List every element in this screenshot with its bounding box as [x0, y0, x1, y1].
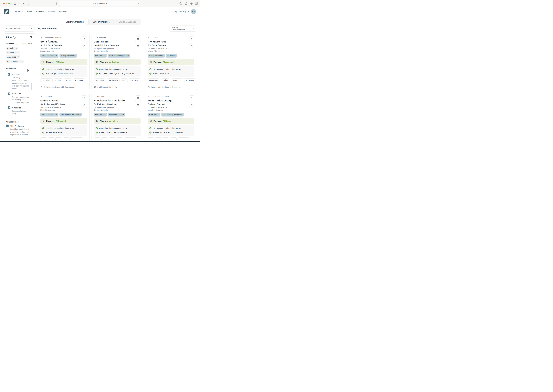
remove-filter-icon[interactable]: ✕ — [16, 48, 17, 49]
scrollbar-thumb[interactable] — [31, 83, 32, 90]
candidate-card[interactable]: Full-time or ContractorJuan Carlos Orteg… — [145, 93, 197, 142]
checkbox-ai-in-production[interactable] — [6, 125, 8, 127]
share-candidate-button[interactable] — [189, 102, 194, 108]
collapse-panel-icon[interactable] — [30, 36, 33, 39]
checkbox-ai-assisted[interactable] — [8, 106, 10, 109]
company-menu[interactable]: My Company — [175, 10, 189, 13]
skill-list-partial — [148, 137, 194, 141]
remove-filter-icon[interactable]: ✕ — [21, 61, 23, 62]
reload-icon[interactable] — [137, 2, 139, 5]
share-candidate-button[interactable] — [135, 43, 141, 49]
ai-chip-icon: AI — [96, 119, 99, 122]
address-bar[interactable]: hub.terminal.io — [59, 1, 140, 6]
tab-explore-candidates[interactable]: Explore Candidates — [61, 19, 88, 25]
fluency-banner: AIFluency:AI Native — [40, 59, 87, 65]
job-type-icon — [94, 36, 96, 39]
candidate-card[interactable]: Full-time or ContractorSofia ÁguedaSr. F… — [38, 34, 90, 90]
highlight-text: Has shipped products that use AI — [153, 127, 181, 129]
skill-list-partial — [40, 137, 87, 141]
nav-item-my-team[interactable]: My Team — [59, 10, 67, 13]
bookmark-button[interactable] — [189, 36, 194, 42]
share-candidate-button[interactable] — [135, 102, 141, 108]
saved-searches-dropdown[interactable]: Saved Searches — [4, 26, 35, 32]
option-description: Fully integrated AI development, uses ag… — [12, 76, 31, 90]
candidate-card[interactable]: ContractorJohn SmithLead Full Stack Deve… — [92, 34, 143, 90]
nav-item-dashboard[interactable]: Dashboard — [14, 10, 23, 13]
checkbox-ai-enabled[interactable] — [8, 92, 10, 95]
highlight-item: FinTech experience — [42, 131, 85, 133]
skills-more-chip[interactable]: + 16 More — [129, 78, 141, 82]
ai-chip-icon: AI — [149, 119, 152, 122]
avatar[interactable]: CN — [191, 9, 196, 14]
checkbox-ai-native[interactable] — [8, 73, 10, 76]
job-type-icon — [148, 36, 150, 39]
fluency-banner: AIFluency:AI Enabled — [94, 59, 141, 65]
tag-badge-builds-with-ai: Builds with AI — [94, 113, 107, 117]
check-circle-icon — [149, 131, 151, 133]
ai-chip-icon: AI — [96, 61, 99, 63]
shield-icon[interactable] — [55, 2, 58, 5]
share-candidate-button[interactable] — [189, 43, 194, 49]
tag-badge-startup-experience: Startup Experience — [108, 113, 125, 117]
filter-chip-ai-assisted[interactable]: AI Assisted✕ — [6, 55, 20, 59]
window-minimize-button[interactable] — [6, 3, 7, 4]
highlight-item: Has shipped products that use AI — [96, 127, 139, 129]
remove-filter-icon[interactable]: ✕ — [17, 56, 19, 58]
tab-shared-candidates[interactable]: Shared Candidates — [114, 19, 141, 25]
filter-chip-ai-enabled[interactable]: AI Enabled✕ — [6, 51, 20, 54]
tab-saved-candidates[interactable]: Saved Candidates — [88, 19, 114, 25]
check-circle-icon — [42, 72, 44, 75]
tab-overview-icon[interactable] — [195, 2, 198, 5]
filter-chip-ai-native[interactable]: AI Native✕ — [6, 47, 19, 50]
nav-item-explore[interactable]: Explore — [48, 10, 55, 13]
sidebar-toggle-icon[interactable] — [14, 2, 16, 5]
skill-chip-kubeflow: KubeFlow — [94, 78, 106, 82]
window-close-button[interactable] — [3, 3, 5, 4]
skill-chip-stub — [55, 137, 62, 141]
sort-dropdown[interactable]: Sort By: Recommended — [170, 26, 196, 32]
clear-filters-button[interactable]: Clear Filters — [21, 43, 32, 45]
filter-chip-ai-in-production[interactable]: AI In Production✕ — [6, 60, 24, 63]
highlight-text: Has shipped products that use AI — [46, 127, 74, 129]
bookmark-button[interactable] — [82, 95, 87, 101]
job-type-label: Full-time or Contractor — [151, 96, 169, 98]
calendar-icon — [148, 86, 150, 88]
skill-chip-stub — [148, 137, 154, 141]
fluency-value: AI Enabled — [56, 120, 66, 122]
skill-list-partial — [94, 137, 141, 141]
remove-filter-icon[interactable]: ✕ — [17, 52, 19, 54]
skill-chip-stub — [94, 137, 100, 141]
calendar-icon — [40, 86, 43, 88]
card-status-text: Actively interviewing with 5 customers — [44, 86, 75, 88]
skill-list: LangChainPythonJavaScript+ 19 More — [148, 78, 194, 82]
candidate-card[interactable]: Full-timeVimala Nahiara GallardoSr. Full… — [92, 93, 143, 142]
skills-more-chip[interactable]: + 22 More — [73, 78, 85, 82]
highlight-item: Worked for InnoLogic and BrightWave Tech… — [96, 72, 139, 75]
skills-more-chip[interactable]: + 19 More — [184, 78, 196, 82]
refresh-icon — [94, 86, 96, 88]
filter-option-ai-assisted: AI AssistedOccasionally uses some — [8, 106, 31, 115]
bookmark-button[interactable] — [82, 36, 87, 42]
share-icon[interactable] — [184, 2, 188, 5]
share-candidate-button[interactable] — [82, 43, 87, 49]
experience-text: 10+ years of experience — [40, 48, 87, 50]
bookmark-button[interactable] — [135, 36, 141, 42]
downloads-icon[interactable] — [179, 2, 182, 5]
app-logo[interactable] — [4, 9, 9, 14]
window-zoom-button[interactable] — [8, 3, 10, 4]
mouse-cursor — [26, 69, 30, 72]
new-tab-icon[interactable] — [190, 2, 193, 5]
bottom-bar — [0, 141, 200, 142]
fluency-label: Fluency: — [100, 120, 108, 122]
candidate-card[interactable]: Full-timeAlejandro RiosFull Stack Engine… — [145, 34, 197, 90]
candidate-card[interactable]: ContractorMateo AlvarezSenior Backend En… — [38, 93, 90, 142]
company-menu-label: My Company — [175, 10, 186, 13]
bookmark-button[interactable] — [135, 95, 141, 101]
skill-list: KubeFlowTensorFlowSQL+ 16 More — [94, 78, 141, 82]
nav-item-roles-candidates[interactable]: Roles & Candidates — [27, 10, 44, 13]
check-circle-icon — [96, 72, 98, 75]
back-button[interactable] — [22, 2, 25, 5]
bookmark-button[interactable] — [189, 95, 194, 101]
sidebar-chevron-icon[interactable] — [18, 3, 19, 5]
share-candidate-button[interactable] — [82, 102, 87, 108]
